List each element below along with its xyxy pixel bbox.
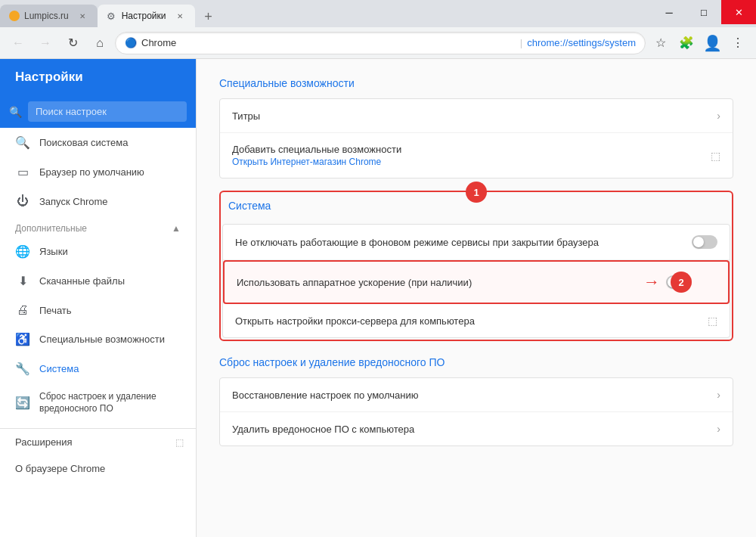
- languages-icon: 🌐: [15, 244, 30, 259]
- avatar-button[interactable]: 👤: [700, 31, 724, 55]
- row-hardware[interactable]: Использовать аппаратное ускорение (при н…: [223, 260, 730, 304]
- special-section-title: Специальные возможности: [219, 74, 733, 89]
- system-icon: 🔧: [15, 362, 30, 376]
- sidebar-item-startup[interactable]: ⏻ Запуск Chrome: [0, 187, 196, 216]
- maximize-button[interactable]: □: [686, 0, 721, 24]
- search-engine-icon: 🔍: [15, 135, 30, 150]
- tab-lumpics[interactable]: Lumpics.ru ✕: [0, 5, 98, 27]
- system-group: Не отключать работающие в фоновом режиме…: [222, 224, 730, 338]
- print-icon: 🖨: [15, 303, 30, 317]
- sidebar-item-browser[interactable]: ▭ Браузер по умолчанию: [0, 157, 196, 187]
- sidebar-label-reset: Сброс настроек и удаление вредоносного П…: [39, 391, 184, 414]
- sidebar-search-container: 🔍: [0, 95, 196, 128]
- address-shield-icon: 🔵: [125, 37, 137, 48]
- tab-label-settings: Настройки: [122, 11, 166, 21]
- sidebar-label-search: Поисковая система: [39, 137, 129, 148]
- minimize-button[interactable]: ─: [652, 0, 686, 24]
- address-chrome: Chrome: [141, 37, 516, 48]
- sidebar-item-languages[interactable]: 🌐 Языки: [0, 237, 196, 266]
- reset-group: Восстановление настроек по умолчанию › У…: [219, 377, 733, 446]
- reset-section-title: Сброс настроек и удаление вредоносного П…: [219, 353, 733, 368]
- tab-close-lumpics[interactable]: ✕: [76, 10, 88, 22]
- tab-close-settings[interactable]: ✕: [174, 10, 186, 22]
- forward-button[interactable]: →: [33, 31, 57, 55]
- malware-label: Удалить вредоносное ПО с компьютера: [232, 424, 717, 435]
- address-divider: |: [520, 37, 522, 48]
- system-box: 1 Система Не отключать работающие в фоно…: [219, 191, 733, 341]
- extensions-button[interactable]: 🧩: [674, 31, 699, 55]
- section-collapse-arrow[interactable]: ▲: [172, 223, 181, 234]
- window-controls: ─ □ ✕: [652, 0, 756, 27]
- tab-settings[interactable]: ⚙ Настройки ✕: [98, 5, 195, 27]
- favicon-lumpics: [9, 11, 20, 21]
- sidebar-section-advanced: Дополнительные ▲: [0, 216, 196, 237]
- main-area: Настройки 🔍 🔍 Поисковая система ▭ Браузе…: [0, 59, 756, 537]
- sidebar-item-reset[interactable]: 🔄 Сброс настроек и удаление вредоносного…: [0, 383, 196, 422]
- arrow-right-icon: →: [643, 272, 660, 292]
- browser-toolbar: ← → ↻ ⌂ 🔵 Chrome | chrome://settings/sys…: [0, 27, 756, 59]
- captions-arrow-icon: ›: [717, 110, 720, 122]
- home-button[interactable]: ⌂: [88, 31, 112, 55]
- row-restore[interactable]: Восстановление настроек по умолчанию ›: [220, 378, 733, 412]
- toolbar-actions: ☆ 🧩 👤 ⋮: [649, 31, 750, 55]
- restore-label: Восстановление настроек по умолчанию: [232, 390, 717, 401]
- address-url: chrome://settings/system: [527, 37, 636, 48]
- row-background[interactable]: Не отключать работающие в фоновом режиме…: [223, 225, 730, 260]
- back-button[interactable]: ←: [6, 31, 30, 55]
- menu-button[interactable]: ⋮: [726, 31, 750, 55]
- address-bar[interactable]: 🔵 Chrome | chrome://settings/system: [115, 32, 646, 54]
- browser-icon: ▭: [15, 165, 30, 179]
- proxy-label: Открыть настройки прокси-сервера для ком…: [235, 315, 708, 327]
- startup-icon: ⏻: [15, 194, 30, 208]
- restore-arrow-icon: ›: [717, 389, 720, 401]
- row-malware[interactable]: Удалить вредоносное ПО с компьютера ›: [220, 412, 733, 445]
- section-advanced-label: Дополнительные: [15, 223, 87, 234]
- accessibility-icon: ♿: [15, 332, 30, 346]
- add-special-external-icon: ⬚: [711, 150, 720, 162]
- new-tab-button[interactable]: +: [198, 6, 219, 27]
- add-special-label: Добавить специальные возможности: [232, 144, 711, 155]
- sidebar-item-search[interactable]: 🔍 Поисковая система: [0, 128, 196, 157]
- sidebar-item-system[interactable]: 🔧 Система: [0, 354, 196, 383]
- special-group: Титры › Добавить специальные возможности…: [219, 98, 733, 178]
- sidebar-item-print[interactable]: 🖨 Печать: [0, 296, 196, 324]
- add-special-text: Добавить специальные возможности Открыть…: [232, 144, 711, 167]
- titlebar: Lumpics.ru ✕ ⚙ Настройки ✕ + ─ □ ✕: [0, 0, 756, 27]
- close-button[interactable]: ✕: [721, 0, 756, 24]
- sidebar-item-about[interactable]: О браузере Chrome: [0, 455, 196, 482]
- sidebar-item-downloads[interactable]: ⬇ Скачанные файлы: [0, 266, 196, 296]
- sidebar-item-extensions[interactable]: Расширения ⬚: [0, 429, 196, 455]
- sidebar-header: Настройки: [0, 59, 196, 95]
- reset-icon: 🔄: [15, 396, 30, 410]
- row-captions[interactable]: Титры ›: [220, 99, 733, 133]
- badge-1: 1: [466, 182, 487, 203]
- browser-window: Lumpics.ru ✕ ⚙ Настройки ✕ + ─ □ ✕ ← → ↻…: [0, 0, 756, 537]
- sidebar-label-browser: Браузер по умолчанию: [39, 166, 144, 178]
- add-special-sublabel: Открыть Интернет-магазин Chrome: [232, 157, 711, 167]
- hardware-label: Использовать аппаратное ускорение (при н…: [237, 277, 643, 288]
- sidebar-label-extensions: Расширения: [15, 436, 73, 448]
- proxy-external-icon: ⬚: [708, 315, 717, 327]
- refresh-button[interactable]: ↻: [60, 31, 85, 55]
- tab-label-lumpics: Lumpics.ru: [24, 11, 69, 21]
- bookmark-button[interactable]: ☆: [649, 31, 673, 55]
- sidebar-label-startup: Запуск Chrome: [39, 196, 108, 207]
- sidebar-item-accessibility[interactable]: ♿ Специальные возможности: [0, 324, 196, 354]
- row-proxy[interactable]: Открыть настройки прокси-сервера для ком…: [223, 304, 730, 337]
- badge-2: 2: [671, 272, 692, 293]
- sidebar-label-languages: Языки: [39, 246, 68, 257]
- row-add-special[interactable]: Добавить специальные возможности Открыть…: [220, 133, 733, 178]
- extensions-external-icon: ⬚: [175, 437, 184, 448]
- search-icon: 🔍: [9, 106, 22, 118]
- sidebar-label-accessibility: Специальные возможности: [39, 334, 165, 345]
- settings-content: Специальные возможности Титры › Добавить…: [197, 59, 756, 537]
- sidebar-label-print: Печать: [39, 305, 72, 316]
- sidebar-label-downloads: Скачанные файлы: [39, 275, 125, 287]
- sidebar: Настройки 🔍 🔍 Поисковая система ▭ Браузе…: [0, 59, 197, 537]
- captions-label: Титры: [232, 110, 717, 122]
- search-input[interactable]: [28, 101, 187, 122]
- sidebar-label-system: Система: [39, 363, 79, 374]
- background-toggle[interactable]: [692, 235, 717, 249]
- favicon-settings: ⚙: [107, 11, 117, 21]
- downloads-icon: ⬇: [15, 274, 30, 288]
